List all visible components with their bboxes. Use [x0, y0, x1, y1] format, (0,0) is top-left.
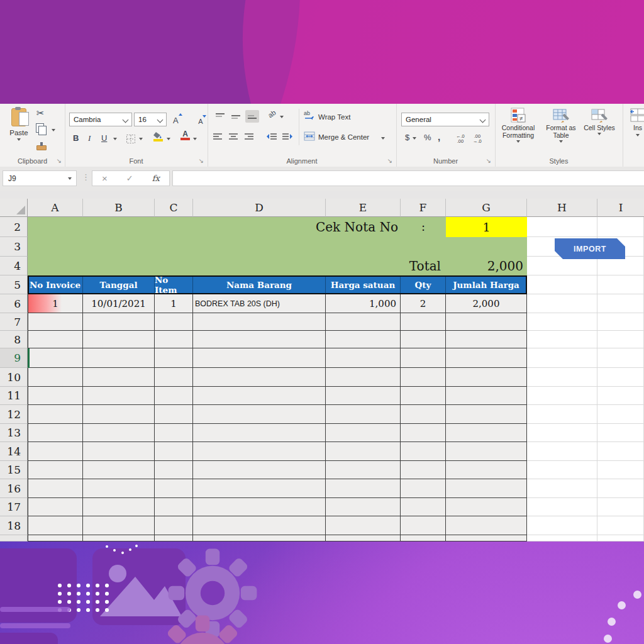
- empty-cell[interactable]: [193, 479, 326, 498]
- font-color-button[interactable]: A: [180, 131, 190, 140]
- empty-cell[interactable]: [326, 348, 401, 368]
- empty-cell[interactable]: [28, 387, 83, 405]
- row-header-6[interactable]: 6: [0, 294, 28, 313]
- empty-cell[interactable]: [83, 442, 155, 461]
- cancel-button[interactable]: ×: [102, 173, 108, 184]
- insert-function-button[interactable]: fx: [152, 174, 160, 183]
- empty-cell[interactable]: [446, 405, 527, 424]
- empty-cell[interactable]: [155, 368, 193, 387]
- empty-cell[interactable]: [326, 424, 401, 442]
- empty-cell[interactable]: [155, 331, 193, 348]
- empty-cell[interactable]: [193, 405, 326, 424]
- row-header-13[interactable]: 13: [0, 424, 28, 442]
- empty-cell[interactable]: [401, 387, 446, 405]
- cell-H[interactable]: [527, 275, 597, 294]
- font-size-select[interactable]: 16: [134, 113, 167, 126]
- fill-color-button[interactable]: [153, 131, 164, 142]
- empty-cell[interactable]: [28, 331, 83, 348]
- row-header-8[interactable]: 8: [0, 331, 28, 348]
- middle-align-button[interactable]: [231, 113, 241, 124]
- italic-button[interactable]: I: [88, 133, 91, 143]
- empty-cell[interactable]: [193, 313, 326, 331]
- select-all-corner[interactable]: [0, 199, 28, 217]
- number-dialog-launcher[interactable]: ↘: [486, 158, 491, 164]
- cell-H[interactable]: [527, 387, 597, 405]
- table-header-jumlah-harga[interactable]: Jumlah Harga: [446, 275, 527, 294]
- copy-button[interactable]: [36, 123, 44, 135]
- name-box[interactable]: J9: [3, 170, 77, 186]
- percent-style-button[interactable]: %: [424, 133, 431, 142]
- import-button[interactable]: IMPORT: [555, 238, 625, 259]
- cell-H[interactable]: [527, 313, 597, 331]
- cell-I[interactable]: [597, 387, 644, 405]
- decrease-indent-button[interactable]: [266, 133, 277, 144]
- orientation-dropdown-icon[interactable]: [280, 116, 284, 118]
- empty-cell[interactable]: [155, 424, 193, 442]
- cell-H[interactable]: [527, 257, 597, 275]
- cell-I[interactable]: [597, 479, 644, 498]
- empty-cell[interactable]: [28, 368, 83, 387]
- empty-cell[interactable]: [83, 405, 155, 424]
- cell-E6[interactable]: 1,000: [326, 294, 401, 313]
- empty-cell[interactable]: [401, 516, 446, 535]
- cell-I[interactable]: [597, 348, 644, 368]
- empty-cell[interactable]: [193, 461, 326, 479]
- empty-cell[interactable]: [401, 368, 446, 387]
- empty-cell[interactable]: [401, 348, 446, 368]
- empty-cell[interactable]: [326, 405, 401, 424]
- empty-cell[interactable]: [155, 405, 193, 424]
- empty-cell[interactable]: [401, 313, 446, 331]
- empty-cell[interactable]: [193, 348, 326, 368]
- align-right-button[interactable]: [244, 133, 254, 144]
- empty-cell[interactable]: [83, 313, 155, 331]
- table-header-tanggal[interactable]: Tanggal: [83, 275, 155, 294]
- cell-C6[interactable]: 1: [155, 294, 193, 313]
- empty-cell[interactable]: [28, 424, 83, 442]
- row-header-16[interactable]: 16: [0, 479, 28, 498]
- empty-cell[interactable]: [401, 424, 446, 442]
- empty-cell[interactable]: [326, 479, 401, 498]
- cell-H[interactable]: [527, 498, 597, 516]
- empty-cell[interactable]: [326, 331, 401, 348]
- empty-cell[interactable]: [446, 498, 527, 516]
- cell-I[interactable]: [597, 516, 644, 535]
- table-header-nama-barang[interactable]: Nama Barang: [193, 275, 326, 294]
- insert-button-partial[interactable]: Ins: [625, 108, 644, 136]
- empty-cell[interactable]: [83, 368, 155, 387]
- column-header-F[interactable]: F: [401, 199, 446, 217]
- empty-cell[interactable]: [401, 461, 446, 479]
- empty-cell[interactable]: [401, 535, 446, 541]
- cell-B6[interactable]: 10/01/2021: [83, 294, 155, 313]
- column-header-D[interactable]: D: [193, 199, 326, 217]
- column-header-G[interactable]: G: [446, 199, 527, 217]
- column-header-B[interactable]: B: [83, 199, 155, 217]
- empty-cell[interactable]: [446, 331, 527, 348]
- table-header-no-invoice[interactable]: No Invoice: [28, 275, 83, 294]
- column-header-H[interactable]: H: [527, 199, 597, 217]
- empty-cell[interactable]: [446, 387, 527, 405]
- cell-I[interactable]: [597, 331, 644, 348]
- empty-cell[interactable]: [83, 498, 155, 516]
- empty-cell[interactable]: [28, 405, 83, 424]
- column-header-E[interactable]: E: [326, 199, 401, 217]
- cell-H[interactable]: [527, 424, 597, 442]
- cell-H[interactable]: [527, 368, 597, 387]
- cell-I[interactable]: [597, 535, 644, 541]
- cell-I[interactable]: [597, 442, 644, 461]
- cell-H[interactable]: [527, 516, 597, 535]
- cell-D6[interactable]: BODREX TAB 20S (DH): [193, 294, 326, 313]
- empty-cell[interactable]: [326, 387, 401, 405]
- row-header-10[interactable]: 10: [0, 368, 28, 387]
- empty-cell[interactable]: [28, 516, 83, 535]
- table-header-qty[interactable]: Qty: [401, 275, 446, 294]
- green-header-block[interactable]: Cek Nota No : 1 Total 2,000: [28, 217, 527, 275]
- empty-cell[interactable]: [28, 498, 83, 516]
- cell-I[interactable]: [597, 257, 644, 275]
- font-color-dropdown-icon[interactable]: [193, 138, 197, 140]
- empty-cell[interactable]: [193, 516, 326, 535]
- merge-center-dropdown-icon[interactable]: [381, 137, 385, 140]
- empty-cell[interactable]: [446, 461, 527, 479]
- table-header-no-item[interactable]: No Item: [155, 275, 193, 294]
- column-header-C[interactable]: C: [155, 199, 193, 217]
- copy-dropdown-icon[interactable]: [52, 129, 55, 131]
